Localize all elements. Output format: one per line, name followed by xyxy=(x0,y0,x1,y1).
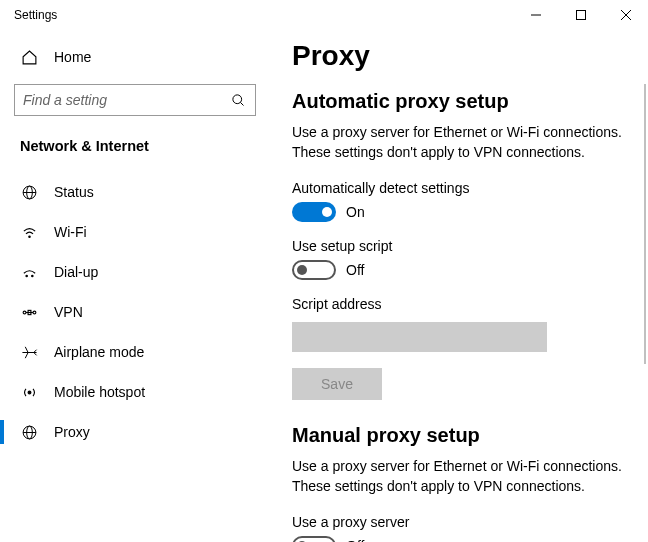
manual-section-desc: Use a proxy server for Ethernet or Wi-Fi… xyxy=(292,457,628,496)
minimize-icon xyxy=(531,10,541,20)
maximize-icon xyxy=(576,10,586,20)
auto-detect-state: On xyxy=(346,204,365,220)
script-address-label: Script address xyxy=(292,296,628,312)
save-button[interactable]: Save xyxy=(292,368,382,400)
manual-section-heading: Manual proxy setup xyxy=(292,424,628,447)
svg-point-9 xyxy=(28,236,29,237)
search-input[interactable] xyxy=(23,92,229,108)
use-proxy-label: Use a proxy server xyxy=(292,514,628,530)
auto-detect-toggle[interactable] xyxy=(292,202,336,222)
close-icon xyxy=(621,10,631,20)
svg-point-12 xyxy=(23,311,26,314)
use-proxy-state: Off xyxy=(346,538,364,542)
setup-script-toggle[interactable] xyxy=(292,260,336,280)
nav-item-proxy[interactable]: Proxy xyxy=(0,412,270,452)
page-title: Proxy xyxy=(292,40,628,72)
wifi-icon xyxy=(20,223,38,241)
sidebar: Home Network & Internet Status xyxy=(0,30,270,542)
settings-window: Settings Home xyxy=(0,0,648,542)
script-address-input[interactable] xyxy=(292,322,547,352)
svg-point-13 xyxy=(33,311,36,314)
nav-item-label: VPN xyxy=(54,304,83,320)
nav-item-label: Wi-Fi xyxy=(54,224,87,240)
maximize-button[interactable] xyxy=(558,0,603,30)
auto-section-heading: Automatic proxy setup xyxy=(292,90,628,113)
auto-detect-label: Automatically detect settings xyxy=(292,180,628,196)
svg-rect-1 xyxy=(576,11,585,20)
close-button[interactable] xyxy=(603,0,648,30)
globe-icon xyxy=(20,183,38,201)
svg-point-11 xyxy=(31,275,32,276)
scrollbar[interactable] xyxy=(644,84,646,364)
use-proxy-toggle[interactable] xyxy=(292,536,336,542)
nav-home-label: Home xyxy=(54,49,91,65)
vpn-icon xyxy=(20,303,38,321)
titlebar: Settings xyxy=(0,0,648,30)
search-icon xyxy=(229,91,247,109)
window-title: Settings xyxy=(14,8,57,22)
nav-item-label: Airplane mode xyxy=(54,344,144,360)
svg-point-16 xyxy=(28,391,31,394)
nav-item-airplane[interactable]: Airplane mode xyxy=(0,332,270,372)
content-pane: Proxy Automatic proxy setup Use a proxy … xyxy=(270,30,648,542)
home-icon xyxy=(20,48,38,66)
search-box[interactable] xyxy=(14,84,256,116)
setup-script-state: Off xyxy=(346,262,364,278)
nav-item-wifi[interactable]: Wi-Fi xyxy=(0,212,270,252)
auto-section-desc: Use a proxy server for Ethernet or Wi-Fi… xyxy=(292,123,628,162)
svg-point-4 xyxy=(232,94,241,103)
nav-home[interactable]: Home xyxy=(0,40,270,74)
hotspot-icon xyxy=(20,383,38,401)
nav-item-label: Proxy xyxy=(54,424,90,440)
setup-script-label: Use setup script xyxy=(292,238,628,254)
nav-item-vpn[interactable]: VPN xyxy=(0,292,270,332)
nav-item-dialup[interactable]: Dial-up xyxy=(0,252,270,292)
nav-item-status[interactable]: Status xyxy=(0,172,270,212)
airplane-icon xyxy=(20,343,38,361)
proxy-icon xyxy=(20,423,38,441)
nav-group-title: Network & Internet xyxy=(0,130,270,164)
dialup-icon xyxy=(20,263,38,281)
svg-line-5 xyxy=(240,102,243,105)
minimize-button[interactable] xyxy=(513,0,558,30)
nav-item-label: Status xyxy=(54,184,94,200)
nav-item-label: Dial-up xyxy=(54,264,98,280)
nav-item-label: Mobile hotspot xyxy=(54,384,145,400)
svg-point-10 xyxy=(25,275,26,276)
nav-item-hotspot[interactable]: Mobile hotspot xyxy=(0,372,270,412)
